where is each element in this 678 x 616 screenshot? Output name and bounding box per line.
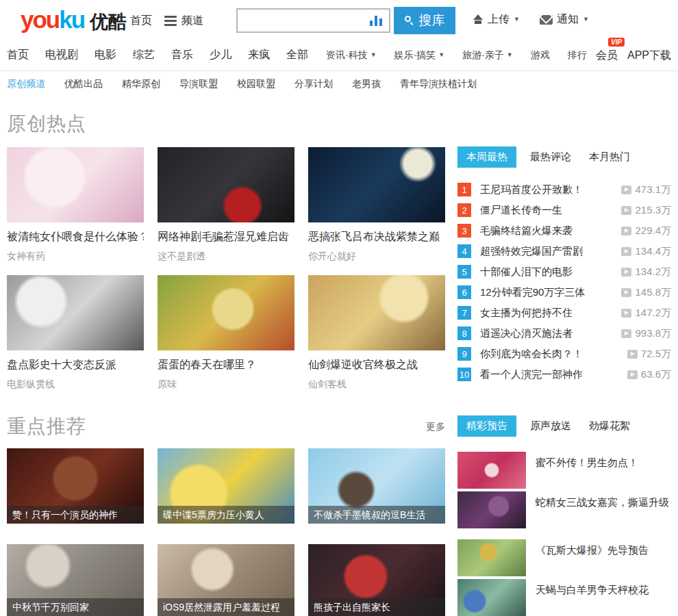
video-thumbnail[interactable] [7,147,144,222]
video-channel[interactable]: 电影纵贯线 [7,378,144,391]
video-title[interactable]: 仙剑爆逆收官终极之战 [308,358,445,372]
subnav-old-boys[interactable]: 老男孩 [352,78,381,90]
rank-item[interactable]: 8 逍遥决心消灭施法者 993.8万 [457,326,671,341]
video-thumbnail[interactable]: 熊孩子出自熊家长 [308,544,445,616]
video-title[interactable]: 蛋蛋的春天在哪里？ [158,358,294,372]
nav-laifeng[interactable]: 来疯 [248,48,270,62]
search-input[interactable] [242,10,368,31]
video-thumbnail[interactable] [457,491,526,528]
more-link[interactable]: 更多 [426,421,445,433]
video-card[interactable]: 仙剑爆逆收官终极之战 仙剑客栈 [308,275,445,391]
rank-item[interactable]: 5 十部催人泪下的电影 134.2万 [457,264,671,279]
nav-app-download[interactable]: APP下载 [627,49,671,63]
rank-item[interactable]: 1 王尼玛首度公开致歉！ 473.1万 [457,182,671,197]
nav-tv[interactable]: 电视剧 [45,48,78,62]
tab-trailers[interactable]: 精彩预告 [457,415,516,437]
video-title[interactable]: 恶搞张飞吕布决战紫禁之巅 [308,230,445,244]
video-card[interactable]: 不做杀手墨镜叔的逗B生活 [308,448,445,524]
rank-title[interactable]: 毛骗终结篇火爆来袭 [480,224,621,238]
video-title[interactable]: 蜜不外传！男生勿点！ [536,455,638,489]
video-card[interactable]: 熊孩子出自熊家长 [308,544,445,616]
nav-home[interactable]: 首页 [7,48,29,62]
nav-movie[interactable]: 电影 [95,48,116,62]
rank-title[interactable]: 女主播为何把持不住 [480,307,621,320]
nav-all[interactable]: 全部 [286,48,308,62]
video-thumbnail[interactable]: 赞！只有一个演员的神作 [7,448,144,524]
rank-title[interactable]: 逍遥决心消灭施法者 [480,327,621,340]
video-thumbnail[interactable] [7,275,144,350]
video-thumbnail[interactable] [158,275,294,350]
rank-title[interactable]: 超强特效完爆国产雷剧 [480,245,621,258]
video-thumbnail[interactable]: 碟中谍5票房力压小黄人 [158,448,294,524]
side-list-item[interactable]: 天蝎与白羊男争天枰校花 [457,579,671,616]
video-thumbnail[interactable] [457,452,526,489]
video-thumbnail[interactable]: 不做杀手墨镜叔的逗B生活 [308,448,445,524]
side-list-item[interactable]: 《瓦斯大爆报》先导预告 [457,539,671,576]
tab-month-hot[interactable]: 本月热门 [589,151,630,164]
video-thumbnail[interactable]: 中秋节千万别回家 [7,544,144,616]
rank-item[interactable]: 10 看一个人演完一部神作 63.6万 [457,367,671,382]
nav-kids[interactable]: 少儿 [210,48,231,62]
header-channels-link[interactable]: 频道 [164,14,203,28]
subnav-original-channel[interactable]: 原创频道 [7,78,45,90]
video-card[interactable]: 碟中谍5票房力压小黄人 [158,448,294,524]
rank-title[interactable]: 你到底为啥会长肉？！ [480,348,627,361]
video-card[interactable]: 被清纯女仆喂食是什么体验？ 女神有药 [7,147,144,263]
rank-title[interactable]: 12分钟看完90万字三体 [480,286,621,299]
side-list-item[interactable]: 蜜不外传！男生勿点！ [457,452,671,489]
subnav-campus-union[interactable]: 校园联盟 [237,78,275,90]
subnav-best-original[interactable]: 精华原创 [122,78,160,90]
nav-variety[interactable]: 综艺 [133,48,155,62]
subnav-young-directors[interactable]: 青年导演扶植计划 [400,78,477,90]
nav-news-tech[interactable]: 资讯·科技▼ [326,49,377,62]
tab-clips[interactable]: 劲爆花絮 [589,420,630,433]
header-home-link[interactable]: 首页 [130,14,152,28]
trending-chart-icon[interactable] [370,16,384,26]
rank-title[interactable]: 看一个人演完一部神作 [480,368,627,381]
video-card[interactable]: 蛋蛋的春天在哪里？ 原味 [158,275,294,391]
nav-fun[interactable]: 娱乐·搞笑▼ [394,49,445,62]
video-title[interactable]: 《瓦斯大爆报》先导预告 [536,543,649,576]
upload-menu[interactable]: 上传 ▼ [473,12,520,27]
video-card[interactable]: 盘点影史十大变态反派 电影纵贯线 [7,275,144,391]
video-channel[interactable]: 你开心就好 [308,251,445,263]
youku-logo[interactable]: youku 优酷 [21,8,127,34]
video-title[interactable]: 天蝎与白羊男争天枰校花 [536,582,649,616]
video-card[interactable]: 恶搞张飞吕布决战紫禁之巅 你开心就好 [308,147,445,263]
video-thumbnail[interactable] [308,275,445,350]
video-channel[interactable]: 原味 [158,378,294,391]
video-thumbnail[interactable]: iOS9居然泄露用户羞羞过程 [158,544,294,616]
rank-item[interactable]: 6 12分钟看完90万字三体 145.8万 [457,285,671,300]
side-list-item[interactable]: 蛇精女三战女嘉宾，撕逼升级 [457,491,671,528]
video-channel[interactable]: 这不是剧透 [158,251,294,263]
rank-title[interactable]: 僵尸道长传奇一生 [480,204,621,217]
nav-ranking[interactable]: 排行 [568,49,587,62]
nav-games[interactable]: 游戏 [531,49,550,62]
rank-item[interactable]: 2 僵尸道长传奇一生 215.3万 [457,203,671,218]
video-title[interactable]: 盘点影史十大变态反派 [7,358,144,372]
video-card[interactable]: 网络神剧毛骗惹湿兄难启齿 这不是剧透 [158,147,294,263]
subnav-share-plan[interactable]: 分享计划 [294,78,333,90]
tab-soundtrack[interactable]: 原声放送 [530,420,571,433]
rank-item[interactable]: 3 毛骗终结篇火爆来袭 229.4万 [457,223,671,238]
subnav-youku-production[interactable]: 优酷出品 [64,78,103,90]
video-thumbnail[interactable] [457,579,526,616]
rank-item[interactable]: 7 女主播为何把持不住 147.2万 [457,305,671,320]
video-thumbnail[interactable] [457,539,526,576]
nav-member[interactable]: VIP 会员 [596,49,618,63]
rank-title[interactable]: 十部催人泪下的电影 [480,266,621,279]
rank-title[interactable]: 王尼玛首度公开致歉！ [480,183,621,196]
video-title[interactable]: 蛇精女三战女嘉宾，撕逼升级 [536,495,669,528]
tab-week-hottest[interactable]: 本周最热 [457,146,516,168]
tab-hottest-comments[interactable]: 最热评论 [530,151,571,164]
subnav-director-union[interactable]: 导演联盟 [179,78,218,90]
video-thumbnail[interactable] [158,147,294,222]
search-button[interactable]: 搜库 [394,7,455,34]
rank-item[interactable]: 9 你到底为啥会长肉？！ 72.5万 [457,346,671,361]
notifications-menu[interactable]: 通知 ▼ [540,12,589,27]
video-thumbnail[interactable] [308,147,445,222]
video-channel[interactable]: 女神有药 [7,251,144,263]
video-card[interactable]: 赞！只有一个演员的神作 [7,448,144,524]
video-card[interactable]: iOS9居然泄露用户羞羞过程 [158,544,294,616]
nav-music[interactable]: 音乐 [171,48,193,62]
